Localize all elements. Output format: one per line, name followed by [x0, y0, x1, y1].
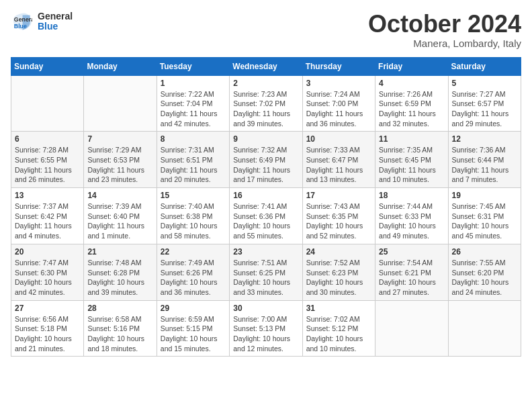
day-number: 22: [161, 247, 226, 257]
day-number: 27: [15, 304, 80, 313]
logo: General Blue General Blue: [11, 11, 73, 32]
day-info: Sunrise: 6:56 AM Sunset: 5:18 PM Dayligh…: [15, 314, 80, 354]
calendar-cell: 10Sunrise: 7:33 AM Sunset: 6:47 PM Dayli…: [302, 132, 375, 188]
day-number: 11: [379, 134, 444, 144]
calendar-cell: 20Sunrise: 7:47 AM Sunset: 6:30 PM Dayli…: [11, 244, 84, 300]
logo-general: General: [38, 11, 73, 21]
calendar-cell: 19Sunrise: 7:45 AM Sunset: 6:31 PM Dayli…: [448, 188, 521, 244]
day-number: 15: [161, 191, 226, 200]
day-number: 16: [233, 191, 298, 200]
calendar-cell: 8Sunrise: 7:31 AM Sunset: 6:51 PM Daylig…: [157, 132, 229, 188]
day-info: Sunrise: 7:26 AM Sunset: 6:59 PM Dayligh…: [379, 89, 444, 129]
calendar-week-row: 13Sunrise: 7:37 AM Sunset: 6:42 PM Dayli…: [11, 188, 521, 244]
calendar-cell: 26Sunrise: 7:55 AM Sunset: 6:20 PM Dayli…: [448, 244, 521, 300]
calendar-week-row: 1Sunrise: 7:22 AM Sunset: 7:04 PM Daylig…: [11, 75, 521, 132]
calendar-cell: 12Sunrise: 7:36 AM Sunset: 6:44 PM Dayli…: [448, 132, 521, 188]
calendar-cell: 4Sunrise: 7:26 AM Sunset: 6:59 PM Daylig…: [375, 75, 448, 132]
day-number: 1: [161, 79, 226, 88]
day-number: 4: [379, 79, 444, 88]
day-number: 10: [306, 134, 371, 144]
calendar-cell: [375, 300, 448, 357]
calendar-cell: 31Sunrise: 7:02 AM Sunset: 5:12 PM Dayli…: [302, 300, 375, 357]
calendar-cell: 28Sunrise: 6:58 AM Sunset: 5:16 PM Dayli…: [84, 300, 157, 357]
calendar-cell: 27Sunrise: 6:56 AM Sunset: 5:18 PM Dayli…: [11, 300, 84, 357]
day-info: Sunrise: 7:32 AM Sunset: 6:49 PM Dayligh…: [233, 145, 298, 185]
calendar-cell: 21Sunrise: 7:48 AM Sunset: 6:28 PM Dayli…: [84, 244, 157, 300]
calendar-cell: 13Sunrise: 7:37 AM Sunset: 6:42 PM Dayli…: [11, 188, 84, 244]
calendar-week-row: 27Sunrise: 6:56 AM Sunset: 5:18 PM Dayli…: [11, 300, 521, 357]
calendar-cell: 29Sunrise: 6:59 AM Sunset: 5:15 PM Dayli…: [157, 300, 229, 357]
day-info: Sunrise: 7:44 AM Sunset: 6:33 PM Dayligh…: [379, 201, 444, 241]
day-info: Sunrise: 7:35 AM Sunset: 6:45 PM Dayligh…: [379, 145, 444, 185]
day-number: 9: [233, 134, 298, 144]
day-number: 3: [306, 79, 371, 88]
svg-text:Blue: Blue: [14, 23, 27, 30]
day-info: Sunrise: 6:58 AM Sunset: 5:16 PM Dayligh…: [87, 314, 152, 354]
day-number: 31: [306, 304, 371, 313]
day-info: Sunrise: 7:27 AM Sunset: 6:57 PM Dayligh…: [452, 89, 517, 129]
day-info: Sunrise: 7:52 AM Sunset: 6:23 PM Dayligh…: [306, 258, 371, 298]
calendar-body: 1Sunrise: 7:22 AM Sunset: 7:04 PM Daylig…: [11, 75, 521, 357]
day-info: Sunrise: 7:24 AM Sunset: 7:00 PM Dayligh…: [306, 89, 371, 129]
day-number: 5: [452, 79, 517, 88]
day-info: Sunrise: 7:22 AM Sunset: 7:04 PM Dayligh…: [161, 89, 226, 129]
calendar-cell: 18Sunrise: 7:44 AM Sunset: 6:33 PM Dayli…: [375, 188, 448, 244]
day-info: Sunrise: 7:41 AM Sunset: 6:36 PM Dayligh…: [233, 201, 298, 241]
calendar-cell: 25Sunrise: 7:54 AM Sunset: 6:21 PM Dayli…: [375, 244, 448, 300]
day-number: 12: [452, 134, 517, 144]
day-info: Sunrise: 7:36 AM Sunset: 6:44 PM Dayligh…: [452, 145, 517, 185]
calendar-cell: [11, 75, 84, 132]
day-info: Sunrise: 7:39 AM Sunset: 6:40 PM Dayligh…: [87, 201, 152, 241]
day-number: 29: [161, 304, 226, 313]
day-number: 19: [452, 191, 517, 200]
calendar-cell: 23Sunrise: 7:51 AM Sunset: 6:25 PM Dayli…: [230, 244, 302, 300]
day-number: 24: [306, 247, 371, 257]
day-info: Sunrise: 7:31 AM Sunset: 6:51 PM Dayligh…: [161, 145, 226, 185]
calendar-cell: 3Sunrise: 7:24 AM Sunset: 7:00 PM Daylig…: [302, 75, 375, 132]
column-header-tuesday: Tuesday: [157, 57, 229, 75]
day-info: Sunrise: 7:48 AM Sunset: 6:28 PM Dayligh…: [87, 258, 152, 298]
day-number: 30: [233, 304, 298, 313]
day-number: 8: [161, 134, 226, 144]
column-header-thursday: Thursday: [302, 57, 375, 75]
day-number: 17: [306, 191, 371, 200]
calendar-cell: 17Sunrise: 7:43 AM Sunset: 6:35 PM Dayli…: [302, 188, 375, 244]
column-header-sunday: Sunday: [11, 57, 84, 75]
day-number: 25: [379, 247, 444, 257]
calendar-week-row: 6Sunrise: 7:28 AM Sunset: 6:55 PM Daylig…: [11, 132, 521, 188]
month-title: October 2024: [368, 11, 521, 38]
day-number: 6: [15, 134, 80, 144]
day-info: Sunrise: 7:54 AM Sunset: 6:21 PM Dayligh…: [379, 258, 444, 298]
calendar-cell: 16Sunrise: 7:41 AM Sunset: 6:36 PM Dayli…: [230, 188, 302, 244]
day-number: 23: [233, 247, 298, 257]
day-number: 2: [233, 79, 298, 88]
day-info: Sunrise: 7:40 AM Sunset: 6:38 PM Dayligh…: [161, 201, 226, 241]
calendar-cell: 9Sunrise: 7:32 AM Sunset: 6:49 PM Daylig…: [230, 132, 302, 188]
calendar-cell: 1Sunrise: 7:22 AM Sunset: 7:04 PM Daylig…: [157, 75, 229, 132]
calendar-header-row: SundayMondayTuesdayWednesdayThursdayFrid…: [11, 57, 521, 75]
calendar-cell: [448, 300, 521, 357]
column-header-friday: Friday: [375, 57, 448, 75]
location-subtitle: Manera, Lombardy, Italy: [368, 38, 521, 49]
day-info: Sunrise: 7:45 AM Sunset: 6:31 PM Dayligh…: [452, 201, 517, 241]
day-info: Sunrise: 7:51 AM Sunset: 6:25 PM Dayligh…: [233, 258, 298, 298]
svg-text:General: General: [14, 16, 32, 23]
calendar-cell: 14Sunrise: 7:39 AM Sunset: 6:40 PM Dayli…: [84, 188, 157, 244]
calendar-cell: 5Sunrise: 7:27 AM Sunset: 6:57 PM Daylig…: [448, 75, 521, 132]
day-number: 28: [87, 304, 152, 313]
day-info: Sunrise: 7:00 AM Sunset: 5:13 PM Dayligh…: [233, 314, 298, 354]
day-number: 20: [15, 247, 80, 257]
calendar-table: SundayMondayTuesdayWednesdayThursdayFrid…: [11, 57, 521, 357]
day-number: 7: [87, 134, 152, 144]
day-number: 21: [87, 247, 152, 257]
day-info: Sunrise: 7:29 AM Sunset: 6:53 PM Dayligh…: [87, 145, 152, 185]
day-info: Sunrise: 7:23 AM Sunset: 7:02 PM Dayligh…: [233, 89, 298, 129]
calendar-cell: 7Sunrise: 7:29 AM Sunset: 6:53 PM Daylig…: [84, 132, 157, 188]
day-number: 14: [87, 191, 152, 200]
title-block: October 2024 Manera, Lombardy, Italy: [368, 11, 521, 49]
calendar-cell: 30Sunrise: 7:00 AM Sunset: 5:13 PM Dayli…: [230, 300, 302, 357]
calendar-cell: 2Sunrise: 7:23 AM Sunset: 7:02 PM Daylig…: [230, 75, 302, 132]
day-number: 13: [15, 191, 80, 200]
day-info: Sunrise: 7:55 AM Sunset: 6:20 PM Dayligh…: [452, 258, 517, 298]
day-info: Sunrise: 7:37 AM Sunset: 6:42 PM Dayligh…: [15, 201, 80, 241]
